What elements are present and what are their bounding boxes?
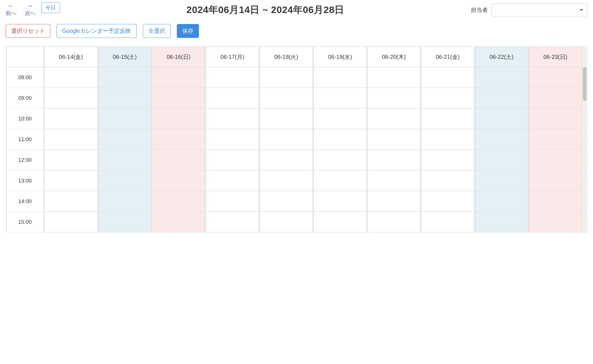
time-slot[interactable] bbox=[313, 150, 367, 170]
time-label: 08:00 bbox=[6, 67, 44, 88]
time-slot[interactable] bbox=[98, 109, 151, 129]
time-slot[interactable] bbox=[206, 171, 259, 191]
time-slot[interactable] bbox=[529, 88, 582, 108]
time-slot[interactable] bbox=[421, 88, 474, 108]
time-slot[interactable] bbox=[529, 129, 582, 150]
time-slot[interactable] bbox=[421, 129, 474, 150]
time-slot[interactable] bbox=[313, 171, 367, 191]
time-slot[interactable] bbox=[421, 171, 474, 191]
time-slot[interactable] bbox=[475, 109, 528, 129]
time-slot[interactable] bbox=[421, 191, 474, 212]
time-slot[interactable] bbox=[421, 109, 474, 129]
assignee-group: 担当者 bbox=[471, 3, 587, 16]
time-slot[interactable] bbox=[367, 67, 420, 88]
time-slot[interactable] bbox=[206, 67, 259, 88]
time-slot[interactable] bbox=[529, 109, 582, 129]
time-slot[interactable] bbox=[98, 88, 151, 108]
reset-button[interactable]: 選択リセット bbox=[6, 24, 50, 38]
time-slot[interactable] bbox=[367, 191, 420, 212]
time-slot[interactable] bbox=[44, 171, 98, 191]
time-row: 08:00 bbox=[6, 67, 582, 88]
time-slot[interactable] bbox=[206, 191, 259, 212]
assignee-select[interactable] bbox=[491, 3, 587, 16]
time-slot[interactable] bbox=[152, 171, 205, 191]
time-slot[interactable] bbox=[260, 150, 313, 170]
time-slot[interactable] bbox=[44, 109, 98, 129]
save-button[interactable]: 保存 bbox=[177, 24, 199, 38]
calendar-wrap: 06-14(金) 06-15(土) 06-16(日) 06-17(月) 06-1… bbox=[6, 46, 587, 232]
time-slot[interactable] bbox=[529, 191, 582, 212]
time-slot[interactable] bbox=[313, 67, 367, 88]
time-slot[interactable] bbox=[260, 129, 313, 150]
time-slot[interactable] bbox=[206, 88, 259, 108]
time-slot[interactable] bbox=[475, 129, 528, 150]
select-all-button[interactable]: 全選択 bbox=[143, 24, 171, 38]
time-slot[interactable] bbox=[475, 88, 528, 108]
time-slot[interactable] bbox=[421, 150, 474, 170]
scrollbar-thumb[interactable] bbox=[583, 67, 586, 101]
time-slot[interactable] bbox=[152, 109, 205, 129]
today-button[interactable]: 今日 bbox=[41, 2, 60, 13]
time-slot[interactable] bbox=[367, 109, 420, 129]
time-slot[interactable] bbox=[152, 191, 205, 212]
time-slot[interactable] bbox=[475, 67, 528, 88]
time-slot[interactable] bbox=[98, 67, 151, 88]
time-slot[interactable] bbox=[367, 129, 420, 150]
time-slot[interactable] bbox=[206, 150, 259, 170]
time-slot[interactable] bbox=[152, 129, 205, 150]
time-slot[interactable] bbox=[313, 129, 367, 150]
time-slot[interactable] bbox=[260, 191, 313, 212]
prev-button[interactable]: ← 前へ bbox=[6, 3, 16, 17]
time-slot[interactable] bbox=[98, 191, 151, 212]
time-slot[interactable] bbox=[206, 129, 259, 150]
time-slot[interactable] bbox=[152, 212, 205, 232]
time-row: 09:00 bbox=[6, 88, 582, 108]
time-slot[interactable] bbox=[44, 88, 98, 108]
time-slot[interactable] bbox=[44, 212, 98, 232]
time-slot[interactable] bbox=[98, 212, 151, 232]
time-slot[interactable] bbox=[313, 212, 367, 232]
time-slot[interactable] bbox=[475, 212, 528, 232]
time-slot[interactable] bbox=[421, 67, 474, 88]
time-slot[interactable] bbox=[475, 191, 528, 212]
time-slot[interactable] bbox=[475, 171, 528, 191]
time-slot[interactable] bbox=[313, 191, 367, 212]
time-slot[interactable] bbox=[152, 88, 205, 108]
time-slot[interactable] bbox=[98, 150, 151, 170]
time-slot[interactable] bbox=[98, 171, 151, 191]
time-label: 10:00 bbox=[6, 109, 44, 129]
time-slot[interactable] bbox=[152, 67, 205, 88]
time-slot[interactable] bbox=[260, 171, 313, 191]
time-slot[interactable] bbox=[529, 212, 582, 232]
calendar-body: 08:0009:0010:0011:0012:0013:0014:0015:00 bbox=[6, 67, 582, 232]
time-slot[interactable] bbox=[421, 212, 474, 232]
vertical-scrollbar[interactable] bbox=[582, 46, 587, 232]
time-slot[interactable] bbox=[44, 129, 98, 150]
time-slot[interactable] bbox=[260, 212, 313, 232]
time-slot[interactable] bbox=[44, 150, 98, 170]
time-slot[interactable] bbox=[260, 88, 313, 108]
time-slot[interactable] bbox=[367, 88, 420, 108]
next-button[interactable]: → 次へ bbox=[25, 3, 36, 17]
time-slot[interactable] bbox=[529, 150, 582, 170]
time-slot[interactable] bbox=[367, 171, 420, 191]
time-slot[interactable] bbox=[529, 171, 582, 191]
time-slot[interactable] bbox=[260, 109, 313, 129]
time-slot[interactable] bbox=[44, 67, 98, 88]
time-slot[interactable] bbox=[529, 67, 582, 88]
time-slot[interactable] bbox=[152, 150, 205, 170]
time-slot[interactable] bbox=[313, 88, 367, 108]
time-slot[interactable] bbox=[44, 191, 98, 212]
time-slot[interactable] bbox=[367, 150, 420, 170]
time-slot[interactable] bbox=[313, 109, 367, 129]
time-slot[interactable] bbox=[206, 212, 259, 232]
time-slot[interactable] bbox=[367, 212, 420, 232]
time-slot[interactable] bbox=[98, 129, 151, 150]
calendar-table: 06-14(金) 06-15(土) 06-16(日) 06-17(月) 06-1… bbox=[6, 46, 583, 232]
arrow-left-icon: ← bbox=[8, 3, 14, 9]
day-header: 06-16(日) bbox=[152, 47, 205, 67]
time-slot[interactable] bbox=[260, 67, 313, 88]
time-slot[interactable] bbox=[475, 150, 528, 170]
google-sync-button[interactable]: Googleカレンダー予定反映 bbox=[57, 24, 137, 38]
time-slot[interactable] bbox=[206, 109, 259, 129]
